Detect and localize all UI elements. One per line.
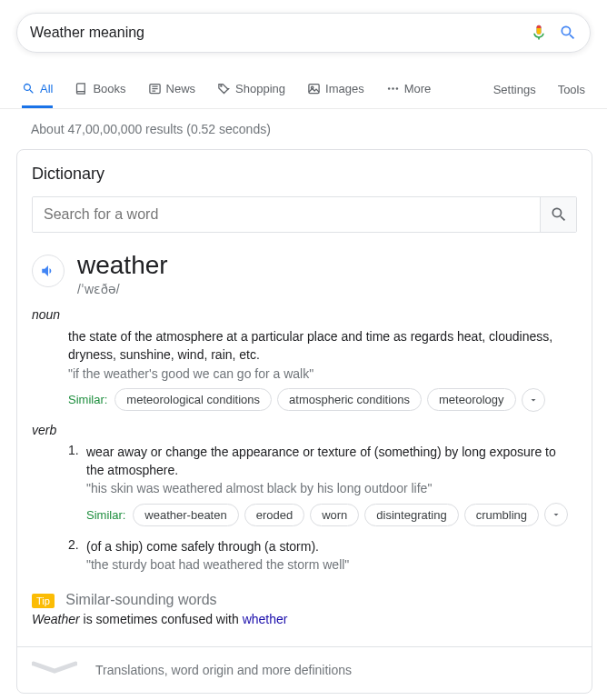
tip-word: Weather [32,612,80,626]
tip-badge: Tip [32,594,55,608]
definition-text: wear away or change the appearance or te… [86,443,577,480]
image-icon [307,82,321,95]
search-input[interactable] [30,25,519,41]
definition-text: the state of the atmosphere at a particu… [68,327,577,365]
expand-label: Translations, word origin and more defin… [95,663,352,677]
similar-chip[interactable]: meteorological conditions [114,388,272,411]
result-stats: About 47,00,00,000 results (0.52 seconds… [0,109,607,149]
similar-chip[interactable]: crumbling [464,504,539,526]
svg-point-6 [395,87,398,90]
part-of-speech-noun: noun [32,307,577,322]
similar-chip[interactable]: worn [310,504,359,526]
dictionary-search [32,196,577,233]
similar-chip[interactable]: atmospheric conditions [277,388,422,411]
tabs-row: All Books News Shopping Images More Sett… [0,71,607,109]
tab-label: All [40,82,53,95]
tab-label: Images [325,82,364,95]
dictionary-title: Dictionary [32,165,577,184]
similar-label: Similar: [86,508,125,522]
tab-more[interactable]: More [386,71,432,108]
chevron-down-icon [32,660,77,680]
tip-link[interactable]: whether [243,612,288,626]
similar-chip[interactable]: weather-beaten [133,504,238,526]
svg-rect-2 [309,85,319,94]
similar-chip[interactable]: meteorology [427,388,516,411]
tab-news[interactable]: News [148,71,196,108]
tab-label: News [166,82,196,95]
tools-link[interactable]: Tools [558,83,585,96]
svg-point-4 [388,87,391,90]
phonetic: /ˈwɛðə/ [77,282,168,296]
svg-point-5 [392,87,394,90]
similar-chip[interactable]: eroded [244,504,304,526]
definition-example: "if the weather's good we can go for a w… [68,366,577,381]
svg-point-1 [221,85,222,86]
tip-mid: is sometimes confused with [80,612,243,626]
definition-number: 2. [68,537,86,572]
word: weather [77,251,168,280]
tab-label: More [404,82,432,95]
search-icon[interactable] [559,24,577,42]
more-icon [386,82,400,95]
similar-label: Similar: [68,393,107,406]
definition-text: (of a ship) come safely through (a storm… [86,537,577,555]
definition-number: 1. [68,443,86,527]
dictionary-search-button[interactable] [540,197,576,232]
tip-section: Tip Similar-sounding words Weather is so… [32,585,577,637]
expand-similar-button[interactable] [522,388,545,412]
tag-icon [217,82,231,95]
definition-example: "his skin was weathered almost black by … [86,481,577,495]
pronounce-button[interactable] [32,255,65,287]
settings-link[interactable]: Settings [493,83,536,96]
news-icon [148,82,162,95]
book-icon [75,82,88,95]
tab-all[interactable]: All [22,71,53,108]
tab-label: Books [93,82,125,95]
expand-similar-button[interactable] [544,503,568,526]
part-of-speech-verb: verb [32,423,577,437]
dictionary-card: Dictionary weather /ˈwɛðə/ noun the stat… [16,149,592,694]
definition-example: "the sturdy boat had weathered the storm… [86,557,577,572]
expand-more-button[interactable]: Translations, word origin and more defin… [17,646,592,693]
dictionary-search-input[interactable] [33,197,540,232]
search-bar[interactable] [16,13,591,53]
search-icon [22,82,35,95]
mic-icon[interactable] [530,24,548,42]
tab-shopping[interactable]: Shopping [217,71,285,108]
tip-title: Similar-sounding words [65,592,216,607]
tab-label: Shopping [235,82,285,95]
tab-books[interactable]: Books [75,71,125,108]
tab-images[interactable]: Images [307,71,364,108]
similar-chip[interactable]: disintegrating [364,504,458,526]
